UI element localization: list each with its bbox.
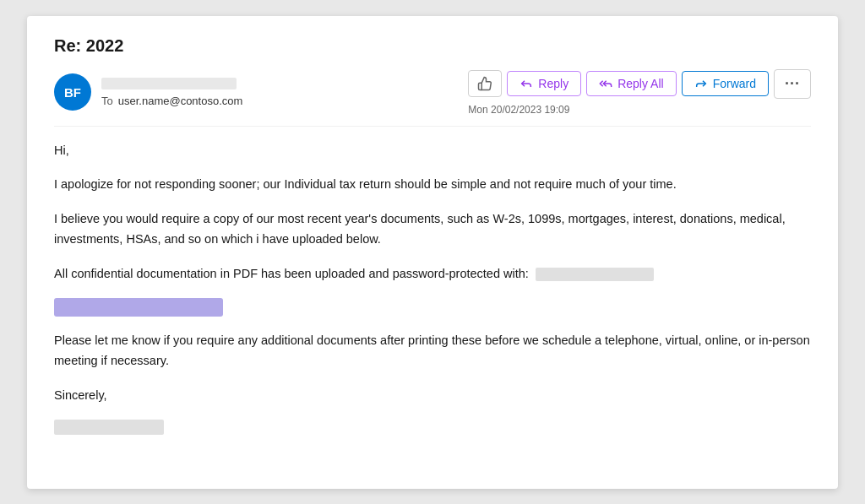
timestamp: Mon 20/02/2023 19:09	[468, 104, 571, 116]
like-button[interactable]	[468, 70, 502, 97]
reply-all-label: Reply All	[617, 77, 663, 90]
to-email: user.name@contoso.com	[118, 95, 243, 107]
closing: Sincerely,	[54, 385, 811, 406]
sender-to-row: To user.name@contoso.com	[101, 95, 242, 107]
forward-label: Forward	[713, 77, 756, 90]
email-body: Hi, I apologize for not responding soone…	[54, 140, 811, 435]
avatar: BF	[54, 73, 91, 111]
paragraph4: Please let me know if you require any ad…	[54, 330, 811, 371]
greeting: Hi,	[54, 140, 811, 161]
action-buttons: Reply Reply All Forward	[468, 69, 811, 99]
paragraph3: All confidential documentation in PDF ha…	[54, 263, 811, 285]
sender-section: BF To user.name@contoso.com	[54, 73, 242, 111]
forward-button[interactable]: Forward	[682, 71, 769, 96]
email-container: Re: 2022 BF To user.name@contoso.com	[27, 16, 838, 489]
paragraph1: I apologize for not responding sooner; o…	[54, 174, 811, 195]
sender-info: To user.name@contoso.com	[101, 78, 242, 107]
redacted-signature	[54, 420, 164, 435]
actions-section: Reply Reply All Forward	[468, 69, 811, 116]
paragraph2: I believe you would require a copy of ou…	[54, 209, 811, 250]
paragraph3-prefix: All confidential documentation in PDF ha…	[54, 267, 529, 280]
reply-button[interactable]: Reply	[507, 71, 581, 96]
sender-name-bar	[101, 78, 237, 89]
more-icon: ···	[785, 75, 800, 93]
redacted-link-block	[54, 298, 223, 317]
email-header: BF To user.name@contoso.com	[54, 69, 811, 127]
reply-label: Reply	[538, 77, 569, 90]
to-label: To	[101, 95, 113, 107]
redacted-password-inline	[536, 268, 654, 281]
more-button[interactable]: ···	[774, 69, 811, 99]
reply-all-button[interactable]: Reply All	[586, 71, 676, 96]
email-subject: Re: 2022	[54, 36, 811, 56]
